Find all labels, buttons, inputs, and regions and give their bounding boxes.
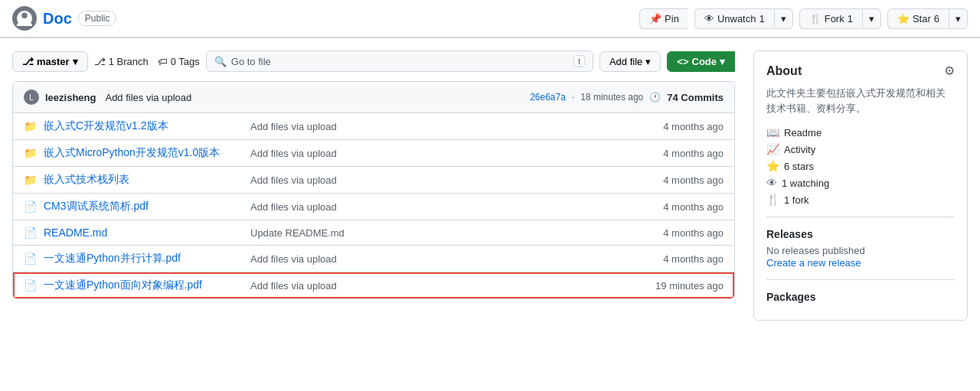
file-icon: 📄 (24, 200, 36, 213)
commit-msg: Add files via upload (250, 148, 624, 159)
commit-meta: 26e6a7a · 18 minutes ago 🕐 74 Commits (530, 92, 724, 103)
book-icon: 📖 (766, 126, 779, 138)
code-button[interactable]: <> Code ▾ (667, 51, 735, 72)
folder-icon: 📁 (24, 174, 36, 186)
file-row: 📄 一文速通Python并行计算.pdf Add files via uploa… (13, 246, 734, 272)
file-name[interactable]: CM3调试系统简析.pdf (44, 200, 243, 213)
eye-icon: 👁 (704, 13, 714, 24)
toolbar: ⎇ master ▾ ⎇ 1 Branch 🏷 0 Tags 🔍 Go to f… (12, 51, 735, 72)
commit-message-text: Add files via upload (105, 92, 191, 103)
file-date: 4 months ago (632, 253, 724, 265)
clock-icon: 🕐 (649, 92, 661, 103)
star-icon: ⭐ (897, 13, 910, 24)
right-panel: About ⚙ 此文件夹主要包括嵌入式开发规范和相关技术书籍、资料分享。 📖 R… (753, 51, 968, 321)
file-name[interactable]: 嵌入式C开发规范v1.2版本 (44, 119, 243, 133)
file-icon: 📄 (24, 253, 36, 265)
activity-icon: 📈 (766, 143, 779, 155)
file-date: 4 months ago (632, 121, 724, 132)
fork-btn-group: 🍴 Fork 1 ▾ (799, 8, 881, 29)
search-bar[interactable]: 🔍 Go to file t (206, 51, 593, 72)
repo-title: Doc Public (12, 6, 116, 31)
file-date: 4 months ago (632, 227, 724, 239)
file-name[interactable]: 嵌入式MicroPython开发规范v1.0版本 (44, 146, 243, 160)
commit-msg: Add files via upload (250, 121, 624, 132)
branch-selector[interactable]: ⎇ master ▾ (12, 51, 88, 72)
file-name[interactable]: 一文速通Python面向对象编程.pdf (44, 279, 243, 292)
file-date: 4 months ago (632, 201, 724, 213)
highlighted-file-row: 📄 一文速通Python面向对象编程.pdf Add files via upl… (13, 272, 734, 298)
chevron-down-icon: ▾ (73, 56, 78, 67)
file-name[interactable]: 嵌入式技术栈列表 (44, 173, 243, 187)
settings-button[interactable]: ⚙ (944, 64, 955, 78)
commit-msg: Add files via upload (250, 201, 624, 213)
pin-button[interactable]: 📌 Pin (639, 8, 688, 29)
fork-icon: 🍴 (809, 13, 822, 24)
divider2 (766, 279, 955, 280)
unwatch-btn-group: 👁 Unwatch 1 ▾ (694, 8, 793, 29)
pin-btn-group: 📌 Pin (639, 8, 688, 29)
releases-title: Releases (766, 228, 955, 240)
releases-section: Releases No releases published Create a … (766, 228, 955, 269)
add-file-button[interactable]: Add file ▾ (599, 51, 661, 72)
star-dropdown-button[interactable]: ▾ (949, 8, 968, 29)
file-date: 4 months ago (632, 174, 724, 186)
star-button[interactable]: ⭐ Star 6 (887, 8, 949, 29)
pin-icon: 📌 (649, 13, 662, 24)
activity-link[interactable]: 📈 Activity (766, 143, 955, 155)
file-date: 19 minutes ago (632, 280, 724, 292)
about-header: About ⚙ (766, 64, 955, 78)
code-icon: <> (677, 56, 688, 67)
star-icon: ⭐ (766, 160, 779, 172)
file-date: 4 months ago (632, 148, 724, 159)
code-btn-group: <> Code ▾ (667, 51, 735, 72)
file-name[interactable]: README.md (44, 226, 243, 239)
star-btn-group: ⭐ Star 6 ▾ (887, 8, 968, 29)
avatar (12, 6, 37, 31)
file-icon: 📄 (24, 226, 36, 239)
file-icon: 📄 (24, 279, 36, 292)
branch-link[interactable]: ⎇ 1 Branch (94, 56, 149, 67)
unwatch-button[interactable]: 👁 Unwatch 1 (694, 8, 774, 29)
commit-avatar: L (24, 90, 39, 105)
unwatch-dropdown-button[interactable]: ▾ (774, 8, 793, 29)
readme-link[interactable]: 📖 Readme (766, 126, 955, 138)
commit-time: 18 minutes ago (580, 92, 643, 103)
meta-links: ⎇ 1 Branch 🏷 0 Tags (94, 56, 200, 67)
main-content: ⎇ master ▾ ⎇ 1 Branch 🏷 0 Tags 🔍 Go to f… (0, 38, 980, 333)
tag-icon: 🏷 (158, 56, 168, 67)
repo-name[interactable]: Doc (43, 10, 72, 28)
divider (766, 217, 955, 217)
file-row: 📁 嵌入式C开发规范v1.2版本 Add files via upload 4 … (13, 113, 734, 140)
packages-section: Packages (766, 291, 955, 303)
forks-link[interactable]: 🍴 1 fork (766, 194, 955, 206)
commit-msg: Update README.md (250, 227, 624, 239)
commit-msg: Add files via upload (250, 253, 624, 265)
folder-icon: 📁 (24, 147, 36, 159)
commit-msg: Add files via upload (250, 280, 624, 292)
separator: · (572, 92, 574, 103)
fork-dropdown-button[interactable]: ▾ (862, 8, 881, 29)
left-panel: ⎇ master ▾ ⎇ 1 Branch 🏷 0 Tags 🔍 Go to f… (12, 51, 735, 321)
stars-link[interactable]: ⭐ 6 stars (766, 160, 955, 172)
file-name[interactable]: 一文速通Python并行计算.pdf (44, 252, 243, 266)
chevron-down-icon: ▾ (645, 56, 651, 67)
commit-hash[interactable]: 26e6a7a (530, 92, 566, 103)
fork-button[interactable]: 🍴 Fork 1 (799, 8, 862, 29)
branch-count-icon: ⎇ (94, 56, 106, 67)
file-table: L leezisheng Add files via upload 26e6a7… (12, 81, 735, 299)
tags-link[interactable]: 🏷 0 Tags (158, 56, 200, 67)
top-actions: 📌 Pin 👁 Unwatch 1 ▾ 🍴 Fork 1 ▾ ⭐ Star (639, 8, 968, 29)
commit-row: L leezisheng Add files via upload 26e6a7… (13, 82, 734, 113)
branch-icon: ⎇ (22, 56, 34, 67)
commit-author[interactable]: leezisheng (45, 92, 96, 103)
commits-link[interactable]: 74 Commits (667, 92, 724, 103)
about-description: 此文件夹主要包括嵌入式开发规范和相关技术书籍、资料分享。 (766, 86, 955, 116)
about-links: 📖 Readme 📈 Activity ⭐ 6 stars 👁 1 watchi… (766, 126, 955, 206)
fork-icon: 🍴 (766, 194, 779, 206)
commit-msg: Add files via upload (250, 174, 624, 186)
create-release-link[interactable]: Create a new release (766, 257, 861, 269)
file-row: 📁 嵌入式技术栈列表 Add files via upload 4 months… (13, 167, 734, 194)
eye-icon: 👁 (766, 177, 777, 189)
about-section: About ⚙ 此文件夹主要包括嵌入式开发规范和相关技术书籍、资料分享。 📖 R… (753, 51, 968, 321)
watching-link[interactable]: 👁 1 watching (766, 177, 955, 189)
